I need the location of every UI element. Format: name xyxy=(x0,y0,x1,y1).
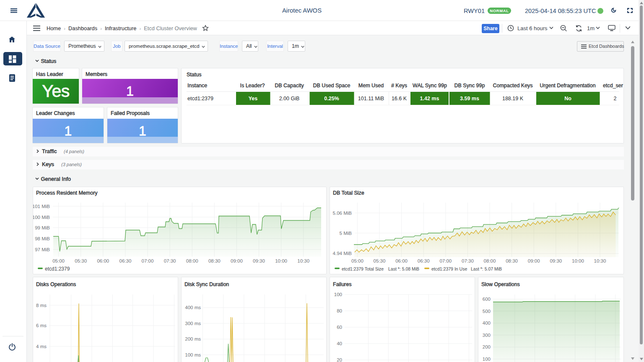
svg-text:05:00: 05:00 xyxy=(52,258,65,263)
svg-text:188.19 K: 188.19 K xyxy=(502,96,524,102)
svg-text:07:30: 07:30 xyxy=(462,258,474,263)
svg-text:05:30: 05:30 xyxy=(75,258,87,263)
svg-text:08:00: 08:00 xyxy=(484,258,496,263)
svg-text:97 MiB: 97 MiB xyxy=(35,247,50,252)
svg-text:Compacted Keys: Compacted Keys xyxy=(493,83,532,89)
svg-text:101.11 MiB: 101.11 MiB xyxy=(358,96,384,102)
svg-text:Last *: 5.07 MiB: Last *: 5.07 MiB xyxy=(471,266,502,271)
svg-text:08:30: 08:30 xyxy=(208,258,221,263)
svg-text:300: 300 xyxy=(483,333,491,338)
svg-text:400: 400 xyxy=(483,320,491,326)
svg-text:09:30: 09:30 xyxy=(550,258,562,263)
svg-text:06:00: 06:00 xyxy=(395,258,408,263)
svg-text:100 MiB: 100 MiB xyxy=(33,215,50,220)
svg-text:100 ms: 100 ms xyxy=(185,352,201,357)
svg-text:Instance: Instance xyxy=(187,83,207,89)
svg-text:5 MiB: 5 MiB xyxy=(340,231,352,236)
svg-text:3.59 ms: 3.59 ms xyxy=(460,96,479,102)
svg-text:No: No xyxy=(564,96,571,102)
svg-text:300 ms: 300 ms xyxy=(185,321,201,326)
svg-text:07:00: 07:00 xyxy=(142,258,154,263)
svg-text:08:00: 08:00 xyxy=(186,258,198,263)
svg-text:99 MiB: 99 MiB xyxy=(35,225,50,230)
svg-text:DB Used Space: DB Used Space xyxy=(313,83,351,89)
svg-text:08:30: 08:30 xyxy=(506,258,518,263)
svg-text:200 ms: 200 ms xyxy=(185,336,201,341)
svg-text:100: 100 xyxy=(483,357,491,362)
svg-text:101 MiB: 101 MiB xyxy=(33,204,50,209)
svg-text:Yes: Yes xyxy=(249,96,258,102)
svg-text:20: 20 xyxy=(337,357,342,362)
svg-text:200: 200 xyxy=(483,344,491,349)
svg-text:etcd1:2379 Total Size: etcd1:2379 Total Size xyxy=(342,266,384,271)
svg-text:10:00: 10:00 xyxy=(275,258,287,263)
svg-text:WAL Sync 99p: WAL Sync 99p xyxy=(413,83,447,89)
svg-text:DB Sync 99p: DB Sync 99p xyxy=(454,83,485,89)
svg-text:09:00: 09:00 xyxy=(231,258,243,263)
svg-text:07:30: 07:30 xyxy=(164,258,176,263)
svg-text:DB Capacity: DB Capacity xyxy=(275,83,304,89)
svg-text:06:00: 06:00 xyxy=(97,258,109,263)
svg-text:600: 600 xyxy=(483,297,491,302)
svg-text:500: 500 xyxy=(483,309,491,314)
svg-text:80: 80 xyxy=(337,308,342,313)
svg-text:etcd1:2379: etcd1:2379 xyxy=(187,96,213,102)
svg-text:# Keys: # Keys xyxy=(391,83,407,89)
svg-text:etcd_ser: etcd_ser xyxy=(603,83,623,89)
svg-text:06:30: 06:30 xyxy=(119,258,132,263)
svg-text:06:30: 06:30 xyxy=(418,258,430,263)
svg-text:05:30: 05:30 xyxy=(374,258,386,263)
svg-text:4 ms: 4 ms xyxy=(36,344,47,349)
svg-text:Mem Used: Mem Used xyxy=(358,83,384,89)
svg-text:16.6 K: 16.6 K xyxy=(392,96,407,102)
svg-text:400 ms: 400 ms xyxy=(185,305,201,310)
svg-text:4.94 MiB: 4.94 MiB xyxy=(333,251,352,256)
svg-text:0.25%: 0.25% xyxy=(324,96,339,102)
svg-text:09:00: 09:00 xyxy=(528,258,540,263)
svg-text:98 MiB: 98 MiB xyxy=(35,236,50,241)
svg-text:100: 100 xyxy=(334,292,342,297)
svg-text:etcd1:2379: etcd1:2379 xyxy=(45,266,70,272)
svg-text:Last *: 5.08 MiB: Last *: 5.08 MiB xyxy=(388,266,419,271)
svg-text:2.00 GiB: 2.00 GiB xyxy=(279,96,300,102)
svg-text:Is Leader?: Is Leader? xyxy=(240,83,265,89)
svg-text:Urgent Defragmentation: Urgent Defragmentation xyxy=(540,83,595,89)
svg-text:07:00: 07:00 xyxy=(439,258,452,263)
svg-text:40: 40 xyxy=(337,341,342,346)
svg-text:05:00: 05:00 xyxy=(351,258,364,263)
svg-text:10:30: 10:30 xyxy=(594,258,606,263)
svg-text:5.06 MiB: 5.06 MiB xyxy=(333,211,352,216)
svg-text:6 ms: 6 ms xyxy=(36,323,47,328)
svg-text:09:30: 09:30 xyxy=(253,258,265,263)
svg-text:8 ms: 8 ms xyxy=(36,303,47,308)
svg-text:2: 2 xyxy=(614,96,617,102)
svg-text:60: 60 xyxy=(337,325,342,330)
svg-text:1.42 ms: 1.42 ms xyxy=(420,96,439,102)
svg-text:10:30: 10:30 xyxy=(297,258,309,263)
svg-text:etcd1:2379 In Use: etcd1:2379 In Use xyxy=(431,266,467,271)
svg-text:10:00: 10:00 xyxy=(572,258,584,263)
